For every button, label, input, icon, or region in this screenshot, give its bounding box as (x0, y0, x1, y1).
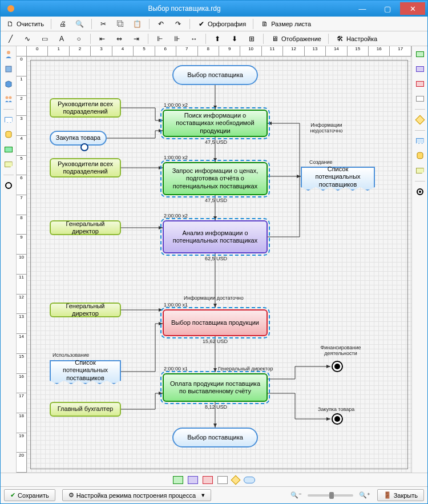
toolbar-row-2: ╱ ∿ ▭ A ○ ⇤ ⇔ ⇥ ⊩ ⊪ ↔ ⬆ ⬇ ⊞ 🖥Отображение… (1, 31, 427, 46)
cube-tool[interactable] (3, 78, 14, 90)
display-button[interactable]: 🖥Отображение (268, 33, 324, 45)
process-step-1[interactable]: Поиск информации о поставщиках необходим… (163, 110, 268, 137)
swatch-db[interactable] (414, 150, 426, 162)
cut-icon: ✂ (99, 19, 108, 29)
zoom-out-icon[interactable]: 🔍⁻ (290, 491, 302, 499)
document-node-1[interactable]: Список потенциальных поставщиков (301, 167, 375, 191)
canvas-area[interactable]: 01234567891011121314151617 0123456789101… (17, 46, 411, 473)
zoom-in-icon[interactable]: 🔍⁺ (359, 491, 370, 499)
person-tool[interactable] (3, 49, 14, 60)
preview-icon: 🔍 (75, 19, 84, 29)
doc-shape-tool[interactable] (3, 114, 14, 126)
paste-icon: 📋 (133, 19, 142, 29)
preview-button[interactable]: 🔍 (72, 18, 87, 30)
process-step-2[interactable]: Запрос информации о ценах, подготовка от… (163, 162, 268, 195)
role-node-1[interactable]: Руководители всех подразделений (50, 98, 121, 118)
role-node-4[interactable]: Генеральный директор (50, 303, 121, 317)
role-node-2[interactable]: Руководители всех подразделений (50, 158, 121, 178)
buying-endpoint[interactable] (332, 413, 343, 425)
zoom-control[interactable]: 🔍⁻ 🔍⁺ (290, 491, 370, 499)
swatch-white[interactable] (414, 93, 426, 104)
polyline-icon: ∿ (23, 34, 32, 43)
align-left-button[interactable]: ⇤ (95, 33, 110, 45)
legend-oval[interactable] (244, 477, 255, 483)
paste-button[interactable]: 📋 (130, 18, 145, 30)
page-size-button[interactable]: 🗎Размер листа (257, 18, 314, 30)
input-handle[interactable] (80, 143, 88, 151)
legend-diamond[interactable] (231, 475, 241, 485)
cost-label-5: 8,12 USD (205, 404, 227, 410)
align-right-button[interactable]: ⇥ (129, 33, 144, 45)
role-node-3[interactable]: Генеральный директор (50, 220, 121, 235)
dist-v-button[interactable]: ⊪ (169, 33, 184, 45)
close-bottom-button[interactable]: 🚪Закрыть (377, 489, 424, 501)
redo-button[interactable]: ↷ (171, 18, 185, 30)
horizontal-ruler: 01234567891011121314151617 (27, 46, 411, 57)
input-node[interactable]: Закупка товара (50, 131, 107, 146)
group-icon: ⊞ (247, 34, 256, 43)
time-label-4: 1:00:00 x1 (164, 302, 188, 308)
swatch-purple[interactable] (414, 63, 426, 75)
undo-button[interactable]: ↶ (154, 18, 168, 30)
legend-white[interactable] (217, 476, 228, 484)
front-icon: ⬆ (213, 34, 222, 43)
book-tool[interactable] (3, 63, 14, 75)
start-node[interactable]: Выбор поставщика (172, 65, 258, 85)
group-tool[interactable] (3, 93, 14, 104)
canvas[interactable]: Выбор поставщика Руководители всех подра… (27, 57, 411, 473)
svg-point-1 (7, 51, 10, 54)
text-tool[interactable]: A (54, 33, 69, 45)
dist-h-button[interactable]: ⊩ (152, 33, 167, 45)
bring-front-button[interactable]: ⬆ (210, 33, 225, 45)
send-back-button[interactable]: ⬇ (227, 33, 242, 45)
print-icon: 🖨 (58, 19, 67, 29)
rect-tool[interactable]: ▭ (37, 33, 52, 45)
polyline-tool[interactable]: ∿ (20, 33, 35, 45)
print-button[interactable]: 🖨 (55, 18, 70, 30)
swatch-note[interactable] (414, 165, 426, 176)
bottom-bar: ✔Сохранить ⚙Настройка режима построения … (1, 486, 427, 503)
minimize-button[interactable]: — (350, 2, 375, 15)
db-tool[interactable] (3, 129, 14, 140)
app-icon (6, 4, 15, 13)
legend-purple[interactable] (188, 476, 198, 484)
copy-button[interactable]: ⿻ (113, 18, 128, 30)
document-node-2[interactable]: Список потенциальных поставщиков (50, 360, 121, 384)
swatch-diamond[interactable] (414, 114, 426, 126)
maximize-button[interactable]: ▢ (375, 2, 400, 15)
financing-label: Финансирование деятельности (312, 345, 369, 356)
process-step-4[interactable]: Выбор поставщика продукции (163, 309, 268, 336)
financing-endpoint[interactable] (332, 361, 343, 372)
spelling-button[interactable]: ✔Орфография (194, 18, 249, 30)
end-node[interactable]: Выбор поставщика (172, 428, 258, 447)
process-step-5[interactable]: Оплата продукции поставщика по выставлен… (163, 373, 268, 402)
rect-shape-tool[interactable] (3, 144, 14, 155)
zoom-slider[interactable] (308, 494, 353, 497)
swatch-red[interactable] (414, 78, 426, 90)
settings-button[interactable]: 🛠Настройка (333, 33, 380, 45)
svg-rect-2 (6, 66, 11, 72)
legend-green[interactable] (173, 476, 183, 484)
swatch-doc[interactable] (414, 135, 426, 147)
save-button[interactable]: ✔Сохранить (4, 489, 55, 501)
rect-icon: ▭ (40, 34, 49, 43)
terminal-tool[interactable] (3, 180, 14, 191)
note-tool[interactable] (3, 159, 14, 170)
swatch-terminal[interactable] (414, 186, 426, 197)
clear-button[interactable]: 🗋Очистить (3, 18, 47, 30)
legend-red[interactable] (203, 476, 213, 484)
role-node-5[interactable]: Главный бухгалтер (50, 402, 121, 417)
same-width-button[interactable]: ↔ (187, 33, 201, 45)
process-step-3[interactable]: Анализ информации о потенциальных постав… (163, 220, 268, 253)
mode-button[interactable]: ⚙Настройка режима построения процесса▾ (62, 489, 211, 501)
align-right-icon: ⇥ (132, 34, 141, 43)
group-button[interactable]: ⊞ (244, 33, 259, 45)
circle-tool[interactable]: ○ (71, 33, 86, 45)
cut-button[interactable]: ✂ (96, 18, 111, 30)
line-tool[interactable]: ╱ (3, 33, 18, 45)
swatch-green[interactable] (414, 49, 426, 60)
time-label-5: 2:00:00 x1 (164, 366, 188, 372)
dropdown-icon: ▾ (201, 491, 205, 499)
align-center-button[interactable]: ⇔ (112, 33, 127, 45)
close-button[interactable]: ✕ (400, 2, 425, 15)
